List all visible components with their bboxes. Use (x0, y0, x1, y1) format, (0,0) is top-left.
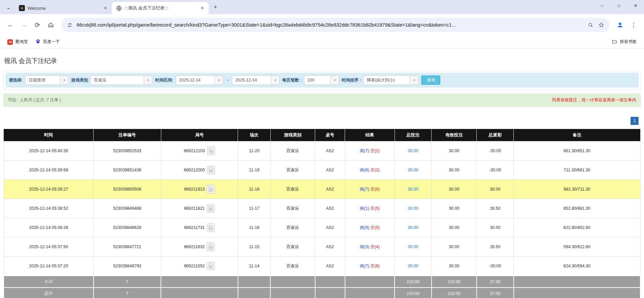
video-replay-icon[interactable] (207, 146, 215, 155)
cell-time: 2025-12-14 05:39:58 (4, 161, 94, 180)
cell-total-bet[interactable]: 30.00 (395, 180, 432, 199)
back-button[interactable]: ← (5, 19, 16, 31)
cell-round: 669212000 (161, 161, 238, 180)
result-banker: 庄(4) (370, 244, 380, 249)
forward-button[interactable]: → (18, 19, 30, 31)
cell-round: 669211731 (161, 218, 238, 237)
result-player: 闲(3) (360, 244, 369, 249)
tab-strip: ⌄ ❖ Welcome ✕ :::视讯 会员下注纪录::: ✕ + ─ □ ✕ (0, 0, 644, 14)
table-row: 2025-12-14 05:39:58 523039851436 6692120… (4, 161, 640, 180)
minimize-button[interactable]: ─ (594, 0, 610, 11)
search-button[interactable]: 查询 (421, 75, 440, 85)
round-number: 669211913 (184, 187, 205, 192)
cell-bet-id: 523039850506 (94, 180, 161, 199)
cell-round: 669212103 (161, 141, 238, 161)
cell-total-bet[interactable]: 30.00 (395, 257, 432, 276)
cell-remark: 711.30/681.30 (514, 161, 640, 180)
cell-total-bet[interactable]: 30.00 (395, 237, 432, 257)
total-payout: 27.00 (477, 288, 514, 298)
cell-bet-id: 523039851436 (94, 161, 161, 180)
cell-session: 11-20 (238, 141, 270, 161)
subtotal-total-bet: 210.00 (395, 276, 432, 288)
page-number-button[interactable]: 1 (631, 117, 639, 125)
close-window-button[interactable]: ✕ (627, 0, 644, 11)
pagination-top: 1 (3, 117, 641, 125)
cell-valid-bet: 30.00 (432, 141, 477, 161)
cell-total-bet[interactable]: 30.00 (395, 141, 432, 161)
cell-remark: 594.30/622.80 (514, 237, 640, 257)
refresh-button[interactable]: ⟳ (32, 19, 43, 31)
video-replay-icon[interactable] (207, 185, 215, 194)
game-type-label: 游戏类别 (71, 77, 88, 83)
header-payout: 总派彩 (477, 129, 514, 141)
folder-icon (612, 39, 617, 45)
cell-game-type: 百家乐 (270, 218, 315, 237)
video-replay-icon[interactable] (207, 242, 215, 251)
round-number: 669211632 (184, 244, 205, 249)
profile-avatar[interactable] (614, 19, 626, 31)
cell-result: 闲(9) 庄(5) (345, 218, 395, 237)
result-player: 闲(7) (360, 148, 369, 153)
welcome-favicon-icon: ❖ (19, 5, 25, 11)
total-label: 总计 (4, 288, 94, 298)
cell-total-bet[interactable]: 30.00 (395, 161, 432, 180)
cell-remark: 622.80/652.80 (514, 218, 640, 237)
chevron-down-icon: ▼ (60, 76, 69, 85)
zoom-icon[interactable] (587, 21, 594, 29)
tab-close-icon[interactable]: ✕ (102, 5, 108, 11)
table-row: 2025-12-14 05:38:52 523039849468 6692118… (4, 199, 640, 218)
cell-bet-id: 523039846793 (94, 257, 161, 276)
bookmark-star-icon[interactable] (598, 21, 605, 29)
new-tab-button[interactable]: + (211, 2, 220, 12)
header-table-no: 桌号 (315, 129, 345, 141)
cell-remark: 681.30/711.30 (514, 180, 640, 199)
tab-welcome[interactable]: ❖ Welcome ✕ (15, 2, 112, 14)
home-button[interactable] (45, 19, 57, 31)
tab-betrecord[interactable]: :::视讯 会员下注纪录::: ✕ (112, 2, 209, 14)
tab-search-button[interactable]: ⌄ (3, 2, 13, 12)
cell-game-type: 百家乐 (270, 199, 315, 218)
cell-round: 669211821 (161, 199, 238, 218)
filter-panel: 请选择: 日期查询 ▼ 游戏类别 百家乐 ▼ 时间区间: 2025-12-14 … (3, 71, 641, 90)
game-type-select[interactable]: 百家乐 ▼ (91, 75, 153, 85)
video-replay-icon[interactable] (207, 223, 215, 232)
bookmark-taobao[interactable]: 淘 爱淘宝 (5, 38, 31, 46)
sort-select[interactable]: 降幂(由大到小) ▼ (363, 75, 419, 85)
page-size-select[interactable]: 100 ▼ (304, 75, 339, 85)
cell-valid-bet: 30.00 (432, 257, 477, 276)
chevron-down-icon: ▼ (144, 76, 152, 85)
page-size-label: 每页笔数 : (282, 77, 302, 83)
video-replay-icon[interactable] (207, 204, 215, 213)
cell-remark: 652.80/681.30 (514, 199, 640, 218)
cell-valid-bet: 30.00 (432, 161, 477, 180)
date-from-select[interactable]: 2025-12-14 ▼ (176, 75, 224, 85)
video-replay-icon[interactable] (207, 166, 215, 174)
query-type-select[interactable]: 日期查询 ▼ (25, 75, 69, 85)
chevron-down-icon: ⌄ (6, 4, 10, 10)
address-bar[interactable]: 66cxkj98.com/ipl/portal.php/game/betreco… (61, 18, 610, 32)
all-bookmarks-label: 所有书签 (620, 39, 637, 45)
chevron-down-icon: ▼ (214, 76, 223, 85)
cell-result: 闲(7) 庄(6) (345, 257, 395, 276)
cell-table-no: AS2 (315, 257, 345, 276)
header-session: 场次 (238, 129, 270, 141)
table-row: 2025-12-14 05:37:50 523039847721 6692116… (4, 237, 640, 257)
bookmarks-bar: 淘 爱淘宝 百度一下 所有书签 (0, 36, 644, 48)
all-bookmarks-button[interactable]: 所有书签 (609, 37, 639, 47)
date-to-select[interactable]: 2025-12-14 ▼ (232, 75, 280, 85)
cell-session: 11-15 (238, 237, 270, 257)
cell-bet-id: 523039852533 (94, 141, 161, 161)
maximize-button[interactable]: □ (610, 0, 627, 11)
menu-icon[interactable]: ⋮ (628, 19, 639, 31)
video-replay-icon[interactable] (207, 262, 215, 270)
table-body: 2025-12-14 05:40:35 523039852533 6692121… (4, 141, 640, 276)
tune-icon[interactable] (66, 21, 73, 29)
url-text[interactable]: 66cxkj98.com/ipl/portal.php/game/betreco… (77, 22, 583, 28)
tab-close-icon[interactable]: ✕ (199, 5, 205, 11)
cell-total-bet[interactable]: 30.00 (395, 199, 432, 218)
header-total-bet: 总投注 (395, 129, 432, 141)
total-total-bet: 210.00 (395, 288, 432, 298)
cell-remark: 624.30/594.30 (514, 257, 640, 276)
bookmark-baidu[interactable]: 百度一下 (33, 37, 63, 46)
cell-total-bet[interactable]: 30.00 (395, 218, 432, 237)
